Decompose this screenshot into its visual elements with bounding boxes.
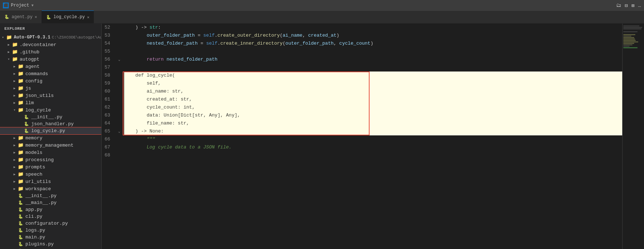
autogpt-main-label: __main__.py [25,200,57,205]
tree-models[interactable]: ▶ 📁 models [0,149,101,156]
collapse-icon[interactable]: ⊟ [625,3,628,9]
log-cycle-icon: 📁 [17,107,24,113]
json-utils-arrow: ▶ [12,94,17,98]
code-line-67: Log cycle data to a JSON file. [124,143,622,151]
tree-cli-py[interactable]: 🐍 cli.py [0,213,101,220]
tab-agent-py-label: agent.py [12,15,33,20]
ellipsis-icon[interactable]: … [638,3,641,8]
tree-memory[interactable]: ▶ 📁 memory [0,134,101,142]
app-py-icon: 🐍 [17,207,24,212]
memory-arrow: ▶ [12,136,17,140]
tree-url-utils[interactable]: ▶ 📁 url_utils [0,178,101,185]
workspace-icon: 📁 [17,186,24,192]
plugins-py-label: plugins.py [25,241,54,247]
log-cycle-label: log_cycle [25,107,51,113]
code-line-63: data: Union[Dict[str, Any], Any], [124,111,622,119]
autogpt-main-icon: 🐍 [17,200,24,205]
autogpt-label: autogpt [20,57,40,62]
tree-app-py[interactable]: 🐍 app.py [0,206,101,213]
tab-log-cycle-py-label: log_cycle.py [53,15,85,20]
workspace-label: workspace [25,186,51,192]
tree-main-py[interactable]: 🐍 main.py [0,234,101,241]
code-content: ) -> str: outer_folder_path = self.creat… [123,24,622,249]
models-arrow: ▶ [12,151,17,155]
commands-arrow: ▶ [12,72,17,76]
tree-config[interactable]: ▶ 📁 config [0,77,101,85]
tab-agent-py[interactable]: 🐍 agent.py ✕ [0,11,42,23]
project-title: Project [11,3,29,8]
agent-icon: 📁 [17,64,24,69]
tree-autogpt[interactable]: ▾ 📁 autogpt [0,56,101,63]
configurator-py-label: configurator.py [25,221,68,226]
tree-configurator-py[interactable]: 🐍 configurator.py [0,220,101,227]
autogpt-init-label: __init__.py [25,193,57,199]
title-bar: ⬛ Project ▼ 🗂 ⊟ ⊞ … [0,0,644,11]
main-py-icon: 🐍 [17,235,24,240]
workspace-arrow: ▶ [12,187,17,191]
app-py-label: app.py [25,207,42,212]
tab-log-cycle-py-close[interactable]: ✕ [87,15,90,20]
tree-js[interactable]: ▶ 📁 js [0,85,101,92]
log-cycle-file-label: log_cycle.py [31,128,65,134]
add-folder-icon[interactable]: 🗂 [616,3,621,8]
tree-autogpt-main[interactable]: 🐍 __main__.py [0,199,101,206]
fold-56[interactable]: ⌄ [116,56,123,64]
tree-commands[interactable]: ▶ 📁 commands [0,70,101,77]
tree-logs-py[interactable]: 🐍 logs.py [0,227,101,234]
configurator-py-icon: 🐍 [17,221,24,226]
tab-agent-py-close[interactable]: ✕ [35,15,37,19]
logs-py-icon: 🐍 [17,228,24,233]
tree-plugins-py[interactable]: 🐍 plugins.py [0,241,101,248]
tree-agent[interactable]: ▶ 📁 agent [0,63,101,70]
titlebar-actions: 🗂 ⊟ ⊞ … [616,3,641,9]
tree-speech[interactable]: ▶ 📁 speech [0,171,101,178]
tree-workspace[interactable]: ▶ 📁 workspace [0,185,101,192]
root-icon: 📁 [6,34,12,40]
tree-log-cycle-file[interactable]: 🐍 log_cycle.py [0,127,101,134]
agent-arrow: ▶ [12,65,17,69]
expand-icon[interactable]: ⊞ [631,3,634,9]
tree-autogpt-init[interactable]: 🐍 __init__.py [0,192,101,199]
devcontainer-arrow: ▶ [6,43,12,47]
tree-github[interactable]: ▶ 📁 .github [0,48,101,56]
tree-json-utils[interactable]: ▶ 📁 json_utils [0,92,101,99]
tab-log-cycle-py[interactable]: 🐍 log_cycle.py ✕ [42,11,94,23]
tree-log-cycle-init[interactable]: 🐍 __init__.py [0,114,101,121]
url-utils-label: url_utils [25,179,51,184]
speech-label: speech [25,172,42,177]
minimap [622,24,644,249]
dropdown-arrow[interactable]: ▼ [31,4,33,8]
plugins-py-icon: 🐍 [17,242,24,246]
processing-icon: 📁 [17,157,24,163]
tab-bar: 🐍 agent.py ✕ 🐍 log_cycle.py ✕ [0,11,644,24]
commands-label: commands [25,71,48,77]
sidebar: Explorer ▾ 📁 Auto-GPT-0.3.1 C:\ZSXCODE\a… [0,24,102,249]
processing-label: processing [25,157,54,163]
js-arrow: ▶ [12,86,17,90]
code-line-60: ai_name: str, [124,87,622,95]
memory-label: memory [25,135,42,141]
tree-prompts[interactable]: ▶ 📁 prompts [0,163,101,171]
tree-processing[interactable]: ▶ 📁 processing [0,156,101,163]
memory-mgmt-label: memory_management [25,143,74,148]
main-py-label: main.py [25,234,45,240]
autogpt-icon: 📁 [12,56,18,62]
github-icon: 📁 [12,49,18,55]
tree-devcontainer[interactable]: ▶ 📁 .devcontainer [0,41,101,48]
tree-llm[interactable]: ▶ 📁 llm [0,99,101,106]
tree-setup-py[interactable]: 🐍 setup.py [0,248,101,249]
models-label: models [25,150,42,155]
main-layout: Explorer ▾ 📁 Auto-GPT-0.3.1 C:\ZSXCODE\a… [0,24,644,249]
fold-65[interactable]: ⌄ [116,127,123,135]
log-cycle-arrow: ▾ [12,108,17,112]
tree-root[interactable]: ▾ 📁 Auto-GPT-0.3.1 C:\ZSXCODE\autogpt\Au… [0,34,101,41]
tree-json-handler[interactable]: 🐍 json_handler.py [0,121,101,127]
tree-log-cycle[interactable]: ▾ 📁 log_cycle [0,106,101,114]
root-path: C:\ZSXCODE\autogpt\Auto-GPT [52,35,102,40]
code-line-57 [124,64,622,72]
config-label: config [25,78,42,84]
code-editor[interactable]: 52 53 54 55 56 57 58 59 60 61 62 63 64 6… [102,24,644,249]
code-line-53: outer_folder_path = self.create_outer_di… [124,32,622,40]
init-label: __init__.py [31,114,62,120]
tree-memory-mgmt[interactable]: ▶ 📁 memory_management [0,142,101,149]
